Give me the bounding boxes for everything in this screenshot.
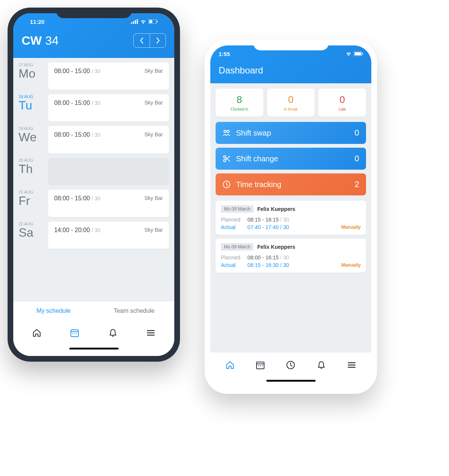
page-title: Dashboard	[210, 62, 371, 76]
svg-point-18	[224, 130, 226, 133]
shift-time: 08:00 - 15:00	[54, 195, 90, 201]
shift-duration: / 30	[92, 132, 100, 138]
notch	[56, 8, 132, 18]
next-week-button[interactable]	[150, 34, 166, 47]
home-indicator[interactable]	[210, 378, 371, 388]
action-label: Time tracking	[233, 180, 355, 189]
header: 1:55 Dashboard	[210, 45, 371, 83]
day-abbr: Fr	[19, 194, 44, 208]
shift-location: Sky Bar	[144, 68, 163, 84]
day-row: 19 AUG We 08:00 - 15:00 / 30 Sky Bar	[13, 122, 174, 153]
nav-clock-icon[interactable]	[282, 357, 299, 373]
shift-location: Sky Bar	[144, 100, 163, 116]
battery-icon	[354, 52, 363, 56]
shift-duration: / 30	[92, 68, 100, 74]
metric-number: 0	[269, 94, 313, 106]
action-cards: Shift swap 0 Shift change 0 Time trackin…	[210, 122, 371, 195]
metric-number: 8	[217, 94, 262, 106]
metrics-row: 8 Clocked in 0 In break 0 Late	[210, 83, 371, 122]
shift-time: 14:00 - 20:00	[54, 227, 90, 233]
shift-location: Sky Bar	[144, 227, 163, 243]
metric-card[interactable]: 0 In break	[267, 89, 315, 117]
svg-point-19	[227, 130, 229, 133]
bottom-nav	[210, 353, 371, 378]
day-row: 21 AUG Fr 08:00 - 15:00 / 30 Sky Bar	[13, 185, 174, 217]
nav-home-icon[interactable]	[222, 357, 238, 373]
status-time: 11:20	[30, 19, 44, 25]
action-count: 0	[355, 128, 359, 138]
svg-rect-1	[133, 21, 134, 24]
day-label: 22 AUG Sa	[19, 222, 44, 249]
time-tracking-list: Mo 09 March Felix Kueppers Planned 08:15…	[210, 195, 371, 278]
shift-card[interactable]: 08:00 - 15:00 / 30 Sky Bar	[48, 62, 169, 90]
nav-bell-icon[interactable]	[105, 325, 121, 341]
svg-point-10	[74, 333, 75, 334]
phone-schedule: 11:20 CW 34	[8, 8, 180, 362]
time-tracking-card[interactable]: Mo 09 March Felix Kueppers Planned 08:00…	[216, 239, 366, 273]
planned-time: 08:00 - 16:15	[247, 254, 279, 261]
nav-calendar-icon[interactable]	[66, 325, 83, 341]
shift-card[interactable]	[48, 158, 169, 185]
shift-duration: / 30	[92, 100, 100, 106]
day-abbr: We	[19, 131, 44, 144]
shift-location: Sky Bar	[144, 195, 163, 212]
planned-dur: / 30	[279, 217, 289, 223]
svg-rect-17	[362, 53, 363, 55]
nav-menu-icon[interactable]	[142, 325, 159, 341]
header: 11:20 CW 34	[13, 13, 174, 58]
tab-my-schedule[interactable]: My schedule	[13, 301, 94, 320]
svg-rect-3	[137, 19, 138, 24]
actual-time: 08:15 - 16:30	[247, 262, 279, 268]
shift-time: 08:00 - 15:00	[54, 100, 90, 106]
planned-time: 08:15 - 18:15	[247, 217, 279, 223]
shift-card[interactable]: 08:00 - 15:00 / 30 Sky Bar	[48, 190, 169, 217]
metric-card[interactable]: 8 Clocked in	[216, 89, 263, 117]
actual-dur: / 30	[279, 262, 289, 268]
phone-dashboard: 1:55 Dashboard 8 Clocked in 0 In break 0…	[205, 40, 377, 394]
action-card-time-tracking[interactable]: Time tracking 2	[216, 173, 366, 195]
shift-card[interactable]: 14:00 - 20:00 / 30 Sky Bar	[48, 222, 169, 249]
nav-bell-icon[interactable]	[313, 357, 330, 373]
metric-card[interactable]: 0 Late	[318, 89, 366, 117]
svg-point-9	[72, 333, 73, 334]
schedule-list[interactable]: 17 AUG Mo 08:00 - 15:00 / 30 Sky Bar 18 …	[13, 58, 174, 301]
action-card-shift-change[interactable]: Shift change 0	[216, 148, 366, 170]
day-abbr: Sa	[19, 226, 44, 239]
week-title: CW 34	[22, 34, 59, 48]
day-label: 18 AUG Tu	[19, 94, 44, 122]
wifi-icon	[346, 52, 352, 56]
scissors-icon	[222, 155, 233, 163]
action-card-shift-swap[interactable]: Shift swap 0	[216, 122, 366, 144]
action-count: 2	[355, 179, 359, 189]
day-row: 18 AUG Tu 08:00 - 15:00 / 30 Sky Bar	[13, 90, 174, 122]
home-indicator[interactable]	[13, 345, 174, 356]
shift-card[interactable]: 08:00 - 15:00 / 30 Sky Bar	[48, 94, 169, 122]
battery-icon	[149, 19, 158, 24]
prev-week-button[interactable]	[134, 34, 150, 47]
time-tracking-card[interactable]: Mo 09 March Felix Kueppers Planned 08:15…	[216, 201, 366, 235]
actual-label: Actual	[221, 262, 247, 268]
people-icon	[222, 129, 233, 137]
nav-home-icon[interactable]	[28, 325, 45, 341]
tab-team-schedule[interactable]: Team schedule	[94, 301, 175, 320]
nav-calendar-icon[interactable]	[252, 357, 269, 373]
nav-menu-icon[interactable]	[343, 357, 360, 373]
actual-label: Actual	[221, 224, 247, 230]
svg-rect-5	[149, 20, 152, 23]
date-badge: Mo 09 March	[221, 243, 253, 251]
manual-badge: Manually	[341, 262, 361, 268]
day-label: 19 AUG We	[19, 126, 44, 153]
clock-icon	[222, 180, 233, 189]
day-row: 17 AUG Mo 08:00 - 15:00 / 30 Sky Bar	[13, 58, 174, 90]
bottom-nav	[13, 320, 174, 345]
shift-time: 08:00 - 15:00	[54, 131, 90, 138]
shift-card[interactable]: 08:00 - 15:00 / 30 Sky Bar	[48, 126, 169, 153]
day-row: 22 AUG Sa 14:00 - 20:00 / 30 Sky Bar	[13, 217, 174, 249]
svg-point-11	[76, 333, 77, 334]
action-count: 0	[355, 154, 359, 164]
employee-name: Felix Kueppers	[257, 206, 295, 212]
schedule-tabs: My schedule Team schedule	[13, 301, 174, 320]
metric-label: In break	[269, 107, 313, 111]
dashboard-content[interactable]: 8 Clocked in 0 In break 0 Late Shift swa…	[210, 83, 371, 353]
day-abbr: Mo	[19, 67, 44, 80]
